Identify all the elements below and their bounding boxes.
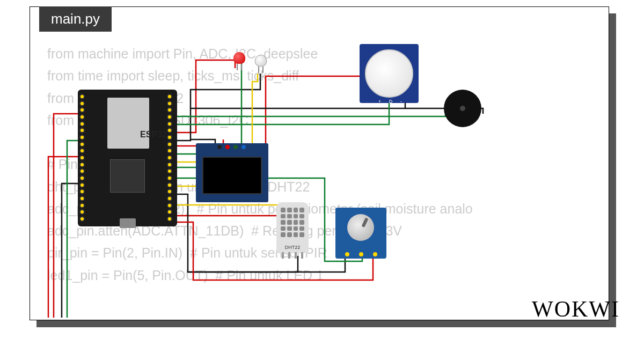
potentiometer-module[interactable] <box>335 208 386 259</box>
esp32-label: ESP32 <box>140 130 167 139</box>
pir-sensor[interactable]: + D - <box>360 44 419 103</box>
led-white[interactable] <box>255 55 267 71</box>
led-bulb-icon <box>233 52 245 64</box>
filename-tab: main.py <box>39 6 112 32</box>
pir-pin-labels: + D - <box>378 99 405 104</box>
esp32-board[interactable]: ESP32 <box>78 90 177 226</box>
esp32-rf-shield: ESP32 <box>107 98 149 149</box>
pot-pin-header <box>345 252 377 256</box>
oled-pin-gnd <box>217 145 222 149</box>
oled-pin-header <box>217 145 246 149</box>
circuit-diagram: ESP32 + D - DHT22 <box>30 6 609 320</box>
pir-dome-icon <box>365 49 413 98</box>
pot-knob-icon[interactable] <box>347 214 374 241</box>
oled-pin-scl <box>233 145 238 149</box>
buzzer[interactable] <box>444 90 481 127</box>
buzzer-hole-icon <box>460 106 465 111</box>
oled-display[interactable] <box>196 143 268 202</box>
pin-header-right <box>167 94 175 222</box>
led-bulb-icon <box>255 55 267 67</box>
wokwi-logo: WOKWI <box>532 296 620 322</box>
esp32-chip <box>110 159 145 193</box>
dht22-sensor[interactable]: DHT22 <box>276 202 309 253</box>
dht22-vent-icon <box>281 208 304 237</box>
usb-port-icon <box>120 218 136 228</box>
pin-header-left <box>79 94 88 222</box>
dht22-label: DHT22 <box>276 245 309 250</box>
oled-pin-vcc <box>225 145 230 149</box>
oled-pin-sda <box>241 145 246 149</box>
oled-screen <box>202 157 262 194</box>
led-red[interactable] <box>233 52 245 68</box>
